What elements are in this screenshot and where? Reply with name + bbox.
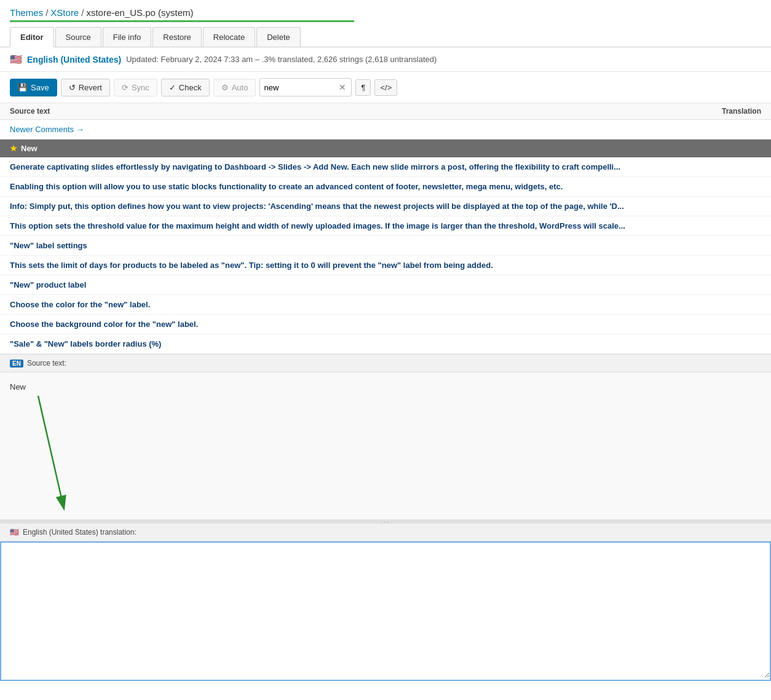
revert-icon: ↺ bbox=[69, 83, 76, 92]
toolbar: 💾 Save ↺ Revert ⟳ Sync ✓ Check ⚙ Auto ✕ … bbox=[0, 72, 771, 103]
check-button[interactable]: ✓ Check bbox=[161, 79, 210, 96]
newer-comments-row[interactable]: Newer Comments → bbox=[0, 120, 771, 140]
translation-label: English (United States) translation: bbox=[23, 528, 136, 537]
status-updated: Updated: February 2, 2024 7:33 am – .3% … bbox=[126, 55, 437, 64]
down-arrow-icon bbox=[26, 390, 69, 519]
translation-header: 🇺🇸 English (United States) translation: bbox=[0, 524, 771, 541]
source-text-label: Source text: bbox=[27, 359, 66, 368]
source-text-value: New bbox=[10, 382, 26, 391]
tab-restore[interactable]: Restore bbox=[152, 27, 202, 47]
save-label: Save bbox=[31, 83, 49, 92]
language-flag: 🇺🇸 bbox=[10, 53, 22, 65]
save-button[interactable]: 💾 Save bbox=[10, 79, 57, 96]
breadcrumb: Themes / XStore / xstore-en_US.po (syste… bbox=[0, 0, 771, 20]
star-icon: ★ bbox=[10, 144, 17, 153]
string-text-4: "New" label settings bbox=[10, 241, 87, 250]
breadcrumb-xstore-link[interactable]: XStore bbox=[50, 7, 79, 18]
code-button[interactable]: </> bbox=[374, 79, 397, 96]
string-row-0[interactable]: Generate captivating slides effortlessly… bbox=[0, 157, 771, 177]
col-translation-header: Translation bbox=[700, 107, 761, 116]
string-text-2: Info: Simply put, this option defines ho… bbox=[10, 202, 624, 211]
search-clear-button[interactable]: ✕ bbox=[338, 82, 347, 92]
string-text-9: "Sale" & "New" labels border radius (%) bbox=[10, 339, 161, 348]
tab-delete[interactable]: Delete bbox=[256, 27, 301, 47]
check-icon: ✓ bbox=[169, 83, 176, 92]
string-row-5[interactable]: This sets the limit of days for products… bbox=[0, 256, 771, 275]
sync-icon: ⟳ bbox=[122, 83, 128, 92]
auto-label: Auto bbox=[232, 83, 248, 92]
search-input[interactable] bbox=[264, 83, 338, 92]
auto-icon: ⚙ bbox=[221, 83, 229, 92]
paragraph-button[interactable]: ¶ bbox=[355, 79, 371, 96]
string-text-6: "New" product label bbox=[10, 280, 86, 289]
check-label: Check bbox=[179, 83, 202, 92]
string-row-7[interactable]: Choose the color for the "new" label. bbox=[0, 295, 771, 315]
col-source-header: Source text bbox=[10, 107, 700, 116]
tab-relocate[interactable]: Relocate bbox=[203, 27, 255, 47]
revert-button[interactable]: ↺ Revert bbox=[61, 79, 110, 96]
tabs-bar: Editor Source File info Restore Relocate… bbox=[0, 27, 771, 47]
section-new-header: ★ New bbox=[0, 140, 771, 157]
string-row-6[interactable]: "New" product label bbox=[0, 275, 771, 295]
string-row-1[interactable]: Enabling this option will allow you to u… bbox=[0, 177, 771, 197]
language-name: English (United States) bbox=[27, 55, 121, 65]
string-text-1: Enabling this option will allow you to u… bbox=[10, 182, 563, 191]
translation-textarea-wrapper bbox=[0, 541, 771, 681]
save-icon: 💾 bbox=[18, 83, 28, 92]
string-text-5: This sets the limit of days for products… bbox=[10, 261, 493, 270]
string-text-8: Choose the background color for the "new… bbox=[10, 320, 198, 329]
table-header: Source text Translation bbox=[0, 103, 771, 120]
breadcrumb-themes-link[interactable]: Themes bbox=[10, 7, 43, 18]
tab-editor[interactable]: Editor bbox=[10, 27, 54, 47]
string-row-4[interactable]: "New" label settings bbox=[0, 236, 771, 256]
breadcrumb-sep-1: / bbox=[45, 7, 48, 18]
revert-label: Revert bbox=[79, 83, 102, 92]
source-text-content: New bbox=[0, 372, 771, 520]
en-badge: EN bbox=[10, 360, 23, 368]
source-text-header: EN Source text: bbox=[0, 354, 771, 372]
translation-flag: 🇺🇸 bbox=[10, 528, 19, 537]
auto-button[interactable]: ⚙ Auto bbox=[213, 79, 256, 96]
status-bar: 🇺🇸 English (United States) Updated: Febr… bbox=[0, 47, 771, 72]
string-row-9[interactable]: "Sale" & "New" labels border radius (%) bbox=[0, 334, 771, 354]
svg-line-1 bbox=[38, 396, 63, 503]
breadcrumb-current: xstore-en_US.po (system) bbox=[86, 7, 193, 18]
tab-file-info[interactable]: File info bbox=[103, 27, 152, 47]
string-text-3: This option sets the threshold value for… bbox=[10, 221, 625, 230]
string-row-3[interactable]: This option sets the threshold value for… bbox=[0, 216, 771, 236]
search-box: ✕ bbox=[259, 78, 352, 96]
sync-button[interactable]: ⟳ Sync bbox=[114, 79, 157, 96]
sync-label: Sync bbox=[132, 83, 149, 92]
string-text-7: Choose the color for the "new" label. bbox=[10, 300, 150, 309]
string-row-2[interactable]: Info: Simply put, this option defines ho… bbox=[0, 197, 771, 216]
string-text-0: Generate captivating slides effortlessly… bbox=[10, 162, 620, 171]
section-new-label: New bbox=[21, 144, 38, 153]
breadcrumb-underline bbox=[10, 20, 354, 22]
newer-comments-label: Newer Comments → bbox=[10, 125, 84, 134]
breadcrumb-sep-2: / bbox=[81, 7, 84, 18]
string-row-8[interactable]: Choose the background color for the "new… bbox=[0, 315, 771, 334]
tab-source[interactable]: Source bbox=[55, 27, 101, 47]
translation-textarea[interactable] bbox=[1, 543, 770, 678]
